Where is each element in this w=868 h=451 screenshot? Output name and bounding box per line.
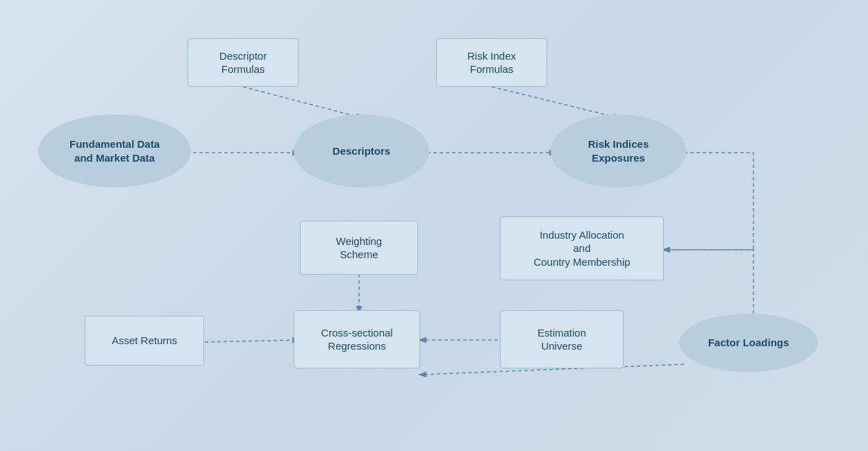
diagram: Descriptor Formulas Risk Index Formulas …: [0, 0, 868, 451]
descriptors-node: Descriptors: [294, 114, 429, 187]
svg-line-6: [205, 340, 299, 342]
svg-line-2: [492, 87, 619, 118]
fundamental-data-node: Fundamental Dataand Market Data: [38, 114, 191, 187]
estimation-universe-node: EstimationUniverse: [500, 310, 624, 368]
factor-loadings-node: Factor Loadings: [679, 314, 818, 372]
asset-returns-node: Asset Returns: [85, 316, 204, 366]
arrows-layer: [0, 0, 868, 451]
risk-indices-exposures-node: Risk IndicesExposures: [551, 114, 686, 187]
descriptor-formulas-node: Descriptor Formulas: [187, 38, 299, 87]
risk-index-formulas-node: Risk Index Formulas: [436, 38, 547, 87]
svg-line-1: [243, 87, 362, 118]
cross-sectional-node: Cross-sectionalRegressions: [294, 310, 420, 368]
weighting-scheme-node: WeightingScheme: [300, 221, 418, 275]
industry-allocation-node: Industry AllocationandCountry Membership: [500, 216, 664, 280]
